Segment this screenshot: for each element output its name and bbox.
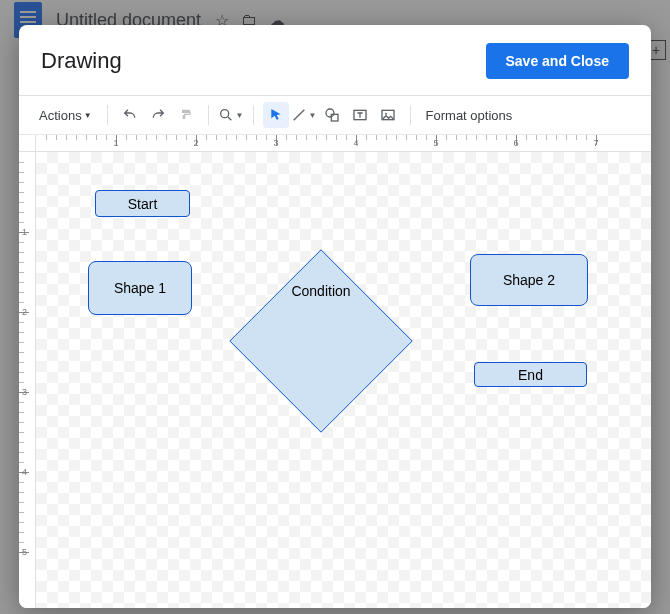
drawing-modal: Drawing Save and Close Actions ▼ ▼	[19, 25, 651, 608]
select-tool[interactable]	[263, 102, 289, 128]
horizontal-ruler[interactable]: 1234567	[36, 135, 651, 152]
textbox-icon	[352, 107, 368, 123]
shape-label: Shape 1	[114, 280, 166, 296]
canvas-wrapper: 1234567 12345 Start Shape 1 Condition Sh…	[19, 135, 651, 608]
line-icon	[291, 107, 307, 123]
paint-roller-icon	[178, 107, 194, 123]
zoom-menu[interactable]: ▼	[218, 102, 244, 128]
diamond-icon	[226, 246, 416, 436]
shape-label: Shape 2	[503, 272, 555, 288]
svg-marker-6	[230, 250, 412, 432]
toolbar-separator	[208, 105, 209, 125]
shape-condition[interactable]: Condition	[226, 246, 416, 336]
format-options-button[interactable]: Format options	[420, 102, 519, 128]
image-icon	[380, 107, 396, 123]
undo-icon	[122, 107, 138, 123]
shape-shape1[interactable]: Shape 1	[88, 261, 192, 315]
shapes-icon	[324, 107, 340, 123]
shape-tool[interactable]	[319, 102, 345, 128]
caret-down-icon: ▼	[84, 111, 92, 120]
cursor-icon	[268, 107, 284, 123]
drawing-canvas[interactable]: Start Shape 1 Condition Shape 2 End	[36, 152, 651, 608]
caret-down-icon: ▼	[236, 111, 244, 120]
svg-point-1	[326, 109, 334, 117]
shape-start[interactable]: Start	[95, 190, 190, 217]
ruler-corner	[19, 135, 36, 152]
svg-point-5	[385, 113, 387, 115]
textbox-tool[interactable]	[347, 102, 373, 128]
toolbar-separator	[253, 105, 254, 125]
actions-menu[interactable]: Actions ▼	[33, 102, 98, 128]
vertical-ruler[interactable]: 12345	[19, 135, 36, 608]
drawing-toolbar: Actions ▼ ▼ ▼	[19, 96, 651, 135]
image-tool[interactable]	[375, 102, 401, 128]
modal-title: Drawing	[41, 48, 122, 74]
actions-menu-label: Actions	[39, 108, 82, 123]
toolbar-separator	[410, 105, 411, 125]
undo-button[interactable]	[117, 102, 143, 128]
shape-end[interactable]: End	[474, 362, 587, 387]
paint-format-button[interactable]	[173, 102, 199, 128]
shape-shape2[interactable]: Shape 2	[470, 254, 588, 306]
redo-button[interactable]	[145, 102, 171, 128]
line-tool[interactable]: ▼	[291, 102, 317, 128]
shape-label: Start	[128, 196, 158, 212]
shape-label: End	[518, 367, 543, 383]
zoom-icon	[218, 107, 234, 123]
toolbar-separator	[107, 105, 108, 125]
caret-down-icon: ▼	[309, 111, 317, 120]
modal-header: Drawing Save and Close	[19, 25, 651, 89]
shape-label: Condition	[291, 283, 350, 299]
svg-rect-2	[331, 114, 338, 121]
redo-icon	[150, 107, 166, 123]
save-and-close-button[interactable]: Save and Close	[486, 43, 630, 79]
format-options-label: Format options	[426, 108, 513, 123]
svg-point-0	[220, 110, 228, 118]
